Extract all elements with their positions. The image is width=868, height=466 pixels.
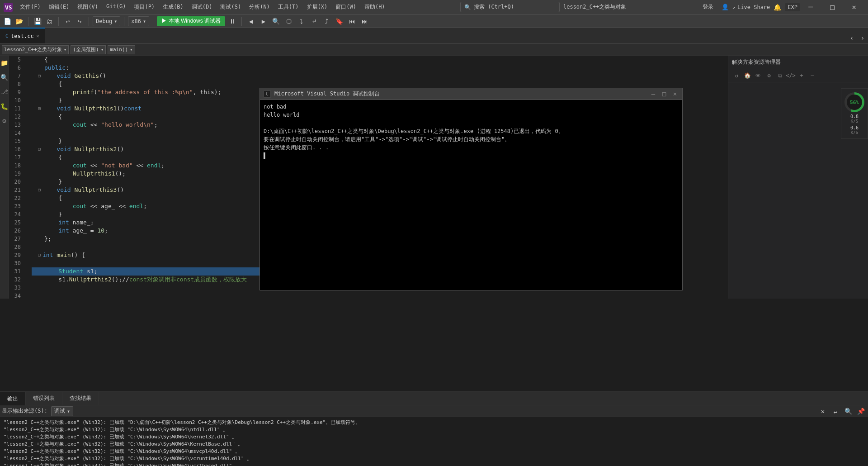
- output-word-wrap-button[interactable]: ↵: [830, 406, 841, 417]
- sol-view-button[interactable]: 👁: [754, 71, 763, 80]
- debug-icon[interactable]: 🐛: [0, 101, 10, 112]
- fold-icon-21[interactable]: ⊟: [38, 186, 41, 194]
- fold-icon-16[interactable]: ⊟: [38, 145, 41, 153]
- step-into-button[interactable]: ⤶: [309, 16, 320, 27]
- output-find-button[interactable]: 🔍: [843, 406, 854, 417]
- sol-home-button[interactable]: 🏠: [743, 71, 752, 80]
- bp-area-31[interactable]: [32, 267, 38, 276]
- output-clear-button[interactable]: ✕: [817, 406, 828, 417]
- search-activity-icon[interactable]: 🔍: [0, 72, 10, 83]
- sol-filter-button[interactable]: ⧉: [775, 71, 784, 80]
- scope-nav-dropdown[interactable]: (全局范围) ▾: [71, 45, 106, 54]
- bp-area-21[interactable]: [32, 186, 38, 194]
- close-button[interactable]: ✕: [844, 0, 864, 14]
- next-bookmark-button[interactable]: ⏭: [359, 16, 370, 27]
- output-source-dropdown[interactable]: 调试 ▾: [51, 406, 73, 416]
- sol-add-button[interactable]: +: [797, 71, 806, 80]
- bp-area-25[interactable]: [32, 219, 38, 227]
- bp-area-7[interactable]: [32, 72, 38, 80]
- menu-help[interactable]: 帮助(H): [361, 1, 389, 13]
- bp-area-30[interactable]: [32, 259, 38, 267]
- bp-area-9[interactable]: [32, 88, 38, 96]
- bp-area-8[interactable]: [32, 80, 38, 88]
- bp-area-28[interactable]: [32, 243, 38, 251]
- code-editor[interactable]: 5 6 7 8 9 10 11 12 13 14 15 16 17 18 19 …: [9, 56, 267, 299]
- bp-area-24[interactable]: [32, 210, 38, 219]
- bp-area-16[interactable]: [32, 145, 38, 153]
- maximize-button[interactable]: □: [822, 0, 843, 14]
- menu-build[interactable]: 生成(B): [159, 1, 187, 13]
- bp-area-34[interactable]: [32, 292, 38, 299]
- bp-area-13[interactable]: [32, 121, 38, 129]
- symbol-nav-dropdown[interactable]: main() ▾: [108, 45, 135, 54]
- project-nav-dropdown[interactable]: lesson2_C++之类与对象 ▾: [2, 45, 69, 54]
- bp-area-5[interactable]: [32, 56, 38, 64]
- new-file-button[interactable]: 📄: [2, 16, 13, 27]
- bp-area-27[interactable]: [32, 235, 38, 243]
- step-over-button[interactable]: ⤵: [296, 16, 307, 27]
- output-tab-find[interactable]: 查找结果: [62, 392, 99, 405]
- nav-back-button[interactable]: ◀: [245, 16, 256, 27]
- bp-area-18[interactable]: [32, 162, 38, 170]
- bp-area-10[interactable]: [32, 96, 38, 105]
- bp-area-12[interactable]: [32, 113, 38, 121]
- menu-analyze[interactable]: 分析(N): [245, 1, 274, 13]
- console-close-button[interactable]: ✕: [671, 90, 679, 97]
- sol-settings-button[interactable]: ⚙: [764, 71, 774, 80]
- output-tab-errors[interactable]: 错误列表: [26, 392, 62, 405]
- bp-area-11[interactable]: [32, 105, 38, 113]
- bp-area-17[interactable]: [32, 153, 38, 162]
- bp-area-15[interactable]: [32, 137, 38, 145]
- menu-git[interactable]: Git(G): [103, 1, 129, 13]
- tab-test-cc[interactable]: C test.cc ✕: [0, 28, 45, 43]
- tab-scroll-right[interactable]: ›: [857, 33, 868, 43]
- find-button[interactable]: 🔍: [271, 16, 282, 27]
- debug-config-dropdown[interactable]: Debug ▾: [93, 16, 120, 26]
- save-button[interactable]: 💾: [32, 16, 43, 27]
- tab-close-button[interactable]: ✕: [37, 33, 39, 38]
- explorer-icon[interactable]: 📁: [0, 57, 10, 68]
- output-tab-output[interactable]: 输出: [0, 392, 26, 405]
- sol-minus-button[interactable]: —: [808, 71, 817, 80]
- tab-scroll-left[interactable]: ‹: [846, 33, 857, 43]
- redo-button[interactable]: ↪: [74, 16, 85, 27]
- menu-tools[interactable]: 工具(T): [274, 1, 302, 13]
- bp-area-20[interactable]: [32, 178, 38, 186]
- bp-area-29[interactable]: [32, 251, 38, 259]
- fold-icon-11[interactable]: ⊟: [38, 105, 41, 113]
- menu-window[interactable]: 窗口(W): [332, 1, 360, 13]
- title-search-box[interactable]: 🔍 搜索 (Ctrl+Q): [460, 2, 560, 12]
- login-button[interactable]: 登录: [698, 2, 718, 12]
- pause-button[interactable]: ⏸: [227, 16, 238, 27]
- output-pin-button[interactable]: 📌: [855, 406, 866, 417]
- nav-fwd-button[interactable]: ▶: [258, 16, 269, 27]
- undo-button[interactable]: ↩: [62, 16, 73, 27]
- bp-area-22[interactable]: [32, 194, 38, 202]
- sol-code-button[interactable]: </>: [786, 71, 795, 80]
- menu-test[interactable]: 测试(S): [217, 1, 245, 13]
- breakpoint-button[interactable]: ⬡: [283, 16, 294, 27]
- extensions-icon[interactable]: ⚙: [0, 115, 8, 126]
- bp-area-14[interactable]: [32, 129, 38, 137]
- minimize-button[interactable]: ─: [800, 0, 821, 14]
- step-out-button[interactable]: ⤴: [321, 16, 332, 27]
- console-minimize-button[interactable]: —: [650, 90, 657, 97]
- prev-bookmark-button[interactable]: ⏮: [347, 16, 358, 27]
- live-share-button[interactable]: ↗ Live Share: [732, 4, 770, 10]
- menu-project[interactable]: 项目(P): [130, 1, 158, 13]
- menu-edit[interactable]: 编辑(E): [45, 1, 73, 13]
- sol-refresh-button[interactable]: ↺: [732, 71, 741, 80]
- bp-area-19[interactable]: [32, 170, 38, 178]
- git-icon[interactable]: ⎇: [0, 86, 10, 97]
- fold-icon-7[interactable]: ⊟: [38, 72, 41, 80]
- open-file-button[interactable]: 📂: [14, 16, 24, 27]
- bp-area-6[interactable]: [32, 64, 38, 72]
- menu-debug[interactable]: 调试(D): [188, 1, 216, 13]
- bp-area-23[interactable]: [32, 202, 38, 210]
- menu-view[interactable]: 视图(V): [74, 1, 102, 13]
- fold-icon-29[interactable]: ⊟: [38, 251, 41, 259]
- bookmark-button[interactable]: 🔖: [334, 16, 345, 27]
- code-content[interactable]: { public: ⊟ void Getthis() { printf("the…: [32, 56, 267, 299]
- bp-area-33[interactable]: [32, 284, 38, 292]
- save-all-button[interactable]: 🗂: [44, 16, 55, 27]
